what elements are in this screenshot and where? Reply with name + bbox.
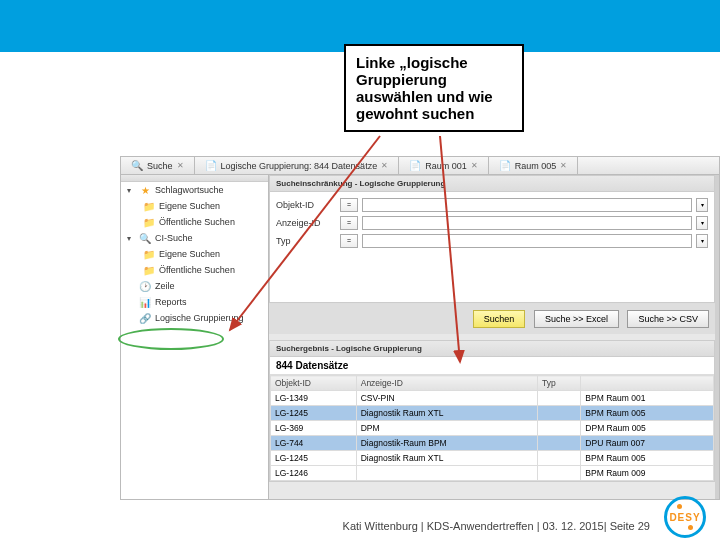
highlight-oval <box>118 328 224 350</box>
table-row[interactable]: LG-1245Diagnostik Raum XTLBPM Raum 005 <box>271 451 714 466</box>
table-cell: LG-369 <box>271 421 357 436</box>
dropdown-icon[interactable]: ▾ <box>696 198 708 212</box>
sidebar-item-label: Eigene Suchen <box>159 249 220 259</box>
table-cell: Diagnostik Raum XTL <box>356 451 537 466</box>
sidebar-item-label: Zeile <box>155 281 175 291</box>
group-icon: ★ <box>139 184 151 196</box>
table-cell <box>538 391 581 406</box>
callout-box: Linke „logische Gruppierung auswählen un… <box>344 44 524 132</box>
item-icon: 🕑 <box>139 280 151 292</box>
table-row[interactable]: LG-1349CSV-PINBPM Raum 001 <box>271 391 714 406</box>
tab-label: Suche <box>147 161 173 171</box>
tab-icon: 📄 <box>205 160 217 172</box>
desy-logo: DESY <box>664 496 706 538</box>
column-header[interactable] <box>581 376 714 391</box>
tab-icon: 📄 <box>499 160 511 172</box>
svg-line-0 <box>230 136 380 330</box>
column-header[interactable]: Objekt-ID <box>271 376 357 391</box>
table-cell <box>538 466 581 481</box>
table-cell: Diagnostik-Raum BPM <box>356 436 537 451</box>
item-icon: 📊 <box>139 296 151 308</box>
tab-label: Raum 005 <box>515 161 557 171</box>
results-table: Objekt-IDAnzeige-IDTyp LG-1349CSV-PINBPM… <box>270 375 714 481</box>
table-cell <box>356 466 537 481</box>
table-cell: DPM Raum 005 <box>581 421 714 436</box>
folder-icon: 📁 <box>143 248 155 260</box>
sidebar-item-label: Schlagwortsuche <box>155 185 224 195</box>
table-cell: BPM Raum 009 <box>581 466 714 481</box>
folder-icon: 📁 <box>143 264 155 276</box>
table-row[interactable]: LG-1246BPM Raum 009 <box>271 466 714 481</box>
table-cell: DPU Raum 007 <box>581 436 714 451</box>
table-row[interactable]: LG-369DPMDPM Raum 005 <box>271 421 714 436</box>
table-cell: LG-1246 <box>271 466 357 481</box>
chevron-down-icon: ▾ <box>127 234 135 243</box>
table-cell: Diagnostik Raum XTL <box>356 406 537 421</box>
table-cell: CSV-PIN <box>356 391 537 406</box>
table-cell <box>538 436 581 451</box>
table-row[interactable]: LG-1245Diagnostik Raum XTLBPM Raum 005 <box>271 406 714 421</box>
column-header[interactable]: Typ <box>538 376 581 391</box>
dropdown-icon[interactable]: ▾ <box>696 234 708 248</box>
group-icon: 🔍 <box>139 232 151 244</box>
folder-icon: 📁 <box>143 200 155 212</box>
item-icon: 🔗 <box>139 312 151 324</box>
dropdown-icon[interactable]: ▾ <box>696 216 708 230</box>
search-excel-button[interactable]: Suche >> Excel <box>534 310 619 328</box>
arrow-to-sidebar <box>220 130 420 360</box>
search-button[interactable]: Suchen <box>473 310 526 328</box>
table-row[interactable]: LG-744Diagnostik-Raum BPMDPU Raum 007 <box>271 436 714 451</box>
table-cell: LG-744 <box>271 436 357 451</box>
table-cell: BPM Raum 005 <box>581 406 714 421</box>
table-cell <box>538 451 581 466</box>
close-icon[interactable]: ✕ <box>177 161 184 170</box>
table-cell: LG-1349 <box>271 391 357 406</box>
slide-footer: Kati Wittenburg | KDS-Anwendertreffen | … <box>0 520 650 532</box>
table-cell <box>538 406 581 421</box>
sidebar-item-label: CI-Suche <box>155 233 193 243</box>
tab-0[interactable]: 🔍Suche✕ <box>121 157 195 174</box>
sidebar-item-label: Reports <box>155 297 187 307</box>
tab-icon: 🔍 <box>131 160 143 172</box>
table-cell: BPM Raum 001 <box>581 391 714 406</box>
close-icon[interactable]: ✕ <box>560 161 567 170</box>
tab-3[interactable]: 📄Raum 005✕ <box>489 157 579 174</box>
folder-icon: 📁 <box>143 216 155 228</box>
chevron-down-icon: ▾ <box>127 186 135 195</box>
table-cell <box>538 421 581 436</box>
sidebar-item-label: Eigene Suchen <box>159 201 220 211</box>
table-cell: BPM Raum 005 <box>581 451 714 466</box>
table-cell: LG-1245 <box>271 406 357 421</box>
svg-line-1 <box>440 136 460 362</box>
arrow-to-search <box>420 130 480 390</box>
search-csv-button[interactable]: Suche >> CSV <box>627 310 709 328</box>
table-cell: DPM <box>356 421 537 436</box>
table-cell: LG-1245 <box>271 451 357 466</box>
